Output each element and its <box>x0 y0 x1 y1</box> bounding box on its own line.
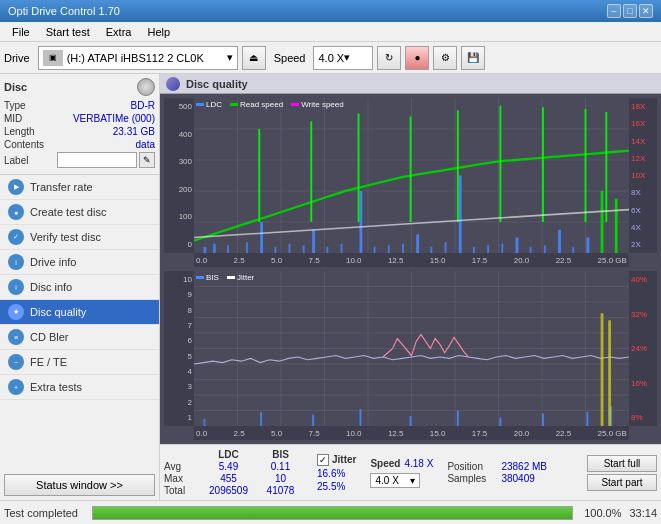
progress-area: Test completed 100.0% 33:14 <box>0 500 661 524</box>
minimize-button[interactable]: – <box>607 4 621 18</box>
label-key: Label <box>4 155 28 166</box>
left-panel: Disc Type BD-R MID VERBATIMe (000) Lengt… <box>0 74 160 500</box>
label-input[interactable] <box>57 152 137 168</box>
y-right-2x: 2X <box>631 240 655 249</box>
mid-value: VERBATIMe (000) <box>73 113 155 124</box>
svg-rect-19 <box>289 244 291 253</box>
menu-file[interactable]: File <box>4 24 38 40</box>
contents-value: data <box>136 139 155 150</box>
nav-cd-bler[interactable]: ≡ CD Bler <box>0 325 159 350</box>
speed-combo-arrow[interactable]: ▾ <box>410 475 415 486</box>
speed-combo[interactable]: 4.0 X ▾ <box>370 473 420 488</box>
svg-rect-22 <box>326 247 328 253</box>
app-title: Opti Drive Control 1.70 <box>8 5 120 17</box>
status-window-button[interactable]: Status window >> <box>4 474 155 496</box>
label-edit-button[interactable]: ✎ <box>139 152 155 168</box>
top-chart-x-axis: 0.0 2.5 5.0 7.5 10.0 12.5 15.0 17.5 20.0… <box>194 253 629 267</box>
by-right-8: 8% <box>631 413 655 422</box>
eject-button[interactable]: ⏏ <box>242 46 266 70</box>
svg-rect-28 <box>416 234 419 253</box>
max-label: Max <box>164 473 199 484</box>
legend-jitter: Jitter <box>227 273 254 282</box>
type-label: Type <box>4 100 26 111</box>
drive-selector[interactable]: ▣ (H:) ATAPI iHBS112 2 CL0K ▾ <box>38 46 238 70</box>
x-12-5: 12.5 <box>388 256 404 265</box>
bottom-chart-svg <box>194 271 629 426</box>
start-full-button[interactable]: Start full <box>587 455 657 472</box>
speed-combo-value: 4.0 X <box>375 475 398 486</box>
jitter-checkbox[interactable]: ✓ <box>317 454 329 466</box>
speed-dropdown-arrow[interactable]: ▾ <box>344 51 350 64</box>
svg-rect-77 <box>542 413 544 426</box>
menu-start-test[interactable]: Start test <box>38 24 98 40</box>
svg-rect-37 <box>544 245 546 253</box>
menu-help[interactable]: Help <box>139 24 178 40</box>
write-speed-legend-label: Write speed <box>301 100 344 109</box>
nav-disc-info[interactable]: i Disc info <box>0 275 159 300</box>
bottom-chart-wrapper: 10 9 8 7 6 5 4 3 2 1 <box>164 271 657 440</box>
svg-rect-30 <box>445 242 447 253</box>
bx-15: 15.0 <box>430 429 446 438</box>
svg-rect-23 <box>341 244 343 253</box>
jitter-legend-label: Jitter <box>237 273 254 282</box>
settings-button[interactable]: ⚙ <box>433 46 457 70</box>
bx-25: 25.0 GB <box>598 429 627 438</box>
nav-drive-info[interactable]: i Drive info <box>0 250 159 275</box>
refresh-button[interactable]: ↻ <box>377 46 401 70</box>
svg-rect-16 <box>246 242 248 253</box>
nav-extra-tests[interactable]: + Extra tests <box>0 375 159 400</box>
svg-rect-46 <box>410 117 412 222</box>
x-7-5: 7.5 <box>308 256 319 265</box>
svg-rect-32 <box>473 247 475 253</box>
svg-rect-21 <box>312 230 315 253</box>
charts-area: 500 400 300 200 100 0 LDC <box>160 94 661 444</box>
close-button[interactable]: ✕ <box>639 4 653 18</box>
by-4: 4 <box>166 367 192 376</box>
y-right-4x: 4X <box>631 223 655 232</box>
menu-extra[interactable]: Extra <box>98 24 140 40</box>
record-button[interactable]: ● <box>405 46 429 70</box>
drive-dropdown-arrow[interactable]: ▾ <box>227 51 233 64</box>
nav-verify-test-disc[interactable]: ✓ Verify test disc <box>0 225 159 250</box>
disc-label-row: Label ✎ <box>4 152 155 168</box>
avg-label: Avg <box>164 461 199 472</box>
start-part-button[interactable]: Start part <box>587 474 657 491</box>
samples-label: Samples <box>447 473 497 484</box>
speed-stats-header: Speed <box>370 458 400 469</box>
svg-rect-76 <box>499 418 501 426</box>
top-chart-y-left: 500 400 300 200 100 0 <box>164 98 194 253</box>
type-value: BD-R <box>131 100 155 111</box>
nav-create-test-disc[interactable]: ● Create test disc <box>0 200 159 225</box>
bx-20: 20.0 <box>514 429 530 438</box>
nav-transfer-rate[interactable]: ▶ Transfer rate <box>0 175 159 200</box>
nav-disc-quality[interactable]: ★ Disc quality <box>0 300 159 325</box>
y-label-400: 400 <box>166 130 192 139</box>
disc-section: Disc Type BD-R MID VERBATIMe (000) Lengt… <box>0 74 159 175</box>
svg-rect-72 <box>312 415 314 426</box>
nav-fe-te[interactable]: ~ FE / TE <box>0 350 159 375</box>
disc-length-row: Length 23.31 GB <box>4 126 155 137</box>
disc-quality-header-icon <box>166 77 180 91</box>
total-bis-val: 41078 <box>258 485 303 496</box>
by-right-24: 24% <box>631 344 655 353</box>
drive-text: (H:) ATAPI iHBS112 2 CL0K <box>67 52 227 64</box>
by-right-40: 40% <box>631 275 655 284</box>
top-chart-y-right: 18X 16X 14X 12X 10X 8X 6X 4X 2X <box>629 98 657 253</box>
by-5: 5 <box>166 352 192 361</box>
by-8: 8 <box>166 306 192 315</box>
svg-rect-38 <box>558 230 561 253</box>
avg-ldc-val: 5.49 <box>201 461 256 472</box>
speed-selector[interactable]: 4.0 X ▾ <box>313 46 373 70</box>
y-right-6x: 6X <box>631 206 655 215</box>
maximize-button[interactable]: □ <box>623 4 637 18</box>
nav-extra-tests-label: Extra tests <box>30 381 82 393</box>
read-speed-legend-label: Read speed <box>240 100 283 109</box>
bx-12-5: 12.5 <box>388 429 404 438</box>
save-button[interactable]: 💾 <box>461 46 485 70</box>
disc-info-icon: i <box>8 279 24 295</box>
svg-rect-14 <box>213 244 216 253</box>
svg-rect-34 <box>501 244 503 253</box>
svg-rect-33 <box>487 245 489 253</box>
avg-speed-val: 4.18 X <box>404 458 433 469</box>
svg-rect-40 <box>586 238 589 254</box>
